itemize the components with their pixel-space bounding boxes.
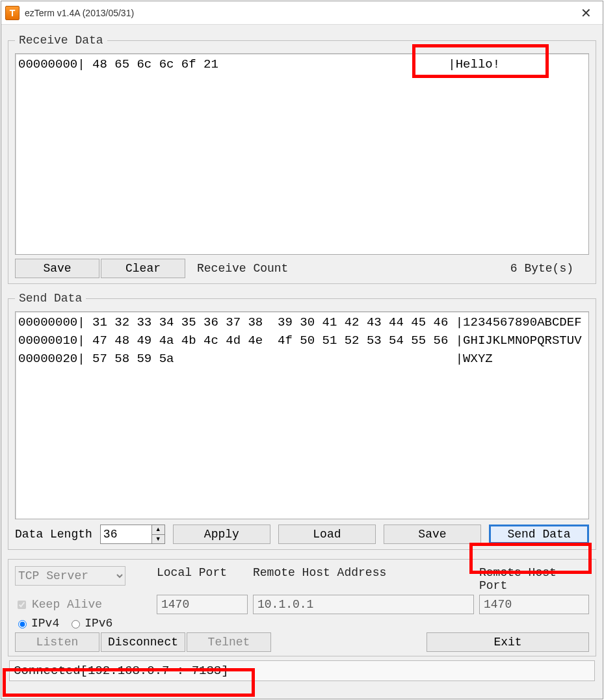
receive-legend: Receive Data xyxy=(15,34,107,47)
local-port-label: Local Port xyxy=(157,566,248,592)
apply-button[interactable]: Apply xyxy=(173,525,270,544)
keep-alive-checkbox[interactable] xyxy=(18,601,26,609)
ipv6-radio[interactable] xyxy=(72,620,80,629)
spinner-arrows[interactable]: ▲ ▼ xyxy=(152,525,165,544)
remote-host-input[interactable] xyxy=(253,595,474,614)
ip-version-radios: IPv4 IPv6 xyxy=(15,617,589,630)
receive-controls: Save Clear Receive Count 6 Byte(s) xyxy=(15,259,589,278)
status-bar: Connected[192.168.0.7 : 7133] xyxy=(9,660,595,681)
mode-select[interactable]: TCP Server xyxy=(15,566,125,586)
receive-count-label: Receive Count xyxy=(197,262,509,275)
send-save-button[interactable]: Save xyxy=(384,525,481,544)
send-group: Send Data 00000000| 31 32 33 34 35 36 37… xyxy=(8,292,596,550)
ipv4-option[interactable]: IPv4 xyxy=(15,617,59,630)
exit-button[interactable]: Exit xyxy=(427,632,589,652)
local-port-input[interactable] xyxy=(157,595,248,614)
ipv4-radio[interactable] xyxy=(18,620,27,629)
send-controls: Data Length ▲ ▼ Apply Load Save Send Dat… xyxy=(15,525,589,544)
receive-hex-view[interactable]: 00000000| 48 65 6c 6c 6f 21 |Hello! xyxy=(15,53,589,255)
receive-count-value: 6 Byte(s) xyxy=(510,262,573,275)
data-length-spinner[interactable]: ▲ ▼ xyxy=(100,525,165,544)
disconnect-button[interactable]: Disconnect xyxy=(101,632,185,652)
remote-port-label: Remote Host Port xyxy=(479,566,589,592)
window-title: ezTerm v1.4A (2013/05/31) xyxy=(25,8,573,18)
receive-clear-button[interactable]: Clear xyxy=(101,259,185,278)
send-legend: Send Data xyxy=(15,292,86,305)
remote-host-label: Remote Host Address xyxy=(253,566,474,592)
app-window: T ezTerm v1.4A (2013/05/31) ✕ Receive Da… xyxy=(1,1,603,699)
send-hex-view[interactable]: 00000000| 31 32 33 34 35 36 37 38 39 30 … xyxy=(15,311,589,519)
data-length-label: Data Length xyxy=(15,528,92,541)
load-button[interactable]: Load xyxy=(278,525,376,544)
chevron-down-icon[interactable]: ▼ xyxy=(152,535,164,544)
ipv6-option[interactable]: IPv6 xyxy=(68,617,112,630)
data-length-input[interactable] xyxy=(100,525,152,544)
close-icon[interactable]: ✕ xyxy=(573,5,599,21)
keep-alive-row: Keep Alive xyxy=(15,595,151,614)
listen-button[interactable]: Listen xyxy=(15,632,99,652)
connection-panel: TCP Server Local Port Remote Host Addres… xyxy=(8,559,596,656)
mode-cell: TCP Server xyxy=(15,566,151,592)
receive-group: Receive Data 00000000| 48 65 6c 6c 6f 21… xyxy=(8,34,596,284)
chevron-up-icon[interactable]: ▲ xyxy=(152,525,164,535)
client-area: Receive Data 00000000| 48 65 6c 6c 6f 21… xyxy=(1,25,603,699)
connection-buttons: Listen Disconnect Telnet Exit xyxy=(15,632,589,652)
keep-alive-label: Keep Alive xyxy=(32,598,102,611)
app-icon: T xyxy=(5,6,20,20)
send-data-button[interactable]: Send Data xyxy=(489,525,589,544)
remote-port-input[interactable] xyxy=(479,595,589,614)
telnet-button[interactable]: Telnet xyxy=(187,632,271,652)
titlebar: T ezTerm v1.4A (2013/05/31) ✕ xyxy=(1,1,603,25)
receive-save-button[interactable]: Save xyxy=(15,259,99,278)
